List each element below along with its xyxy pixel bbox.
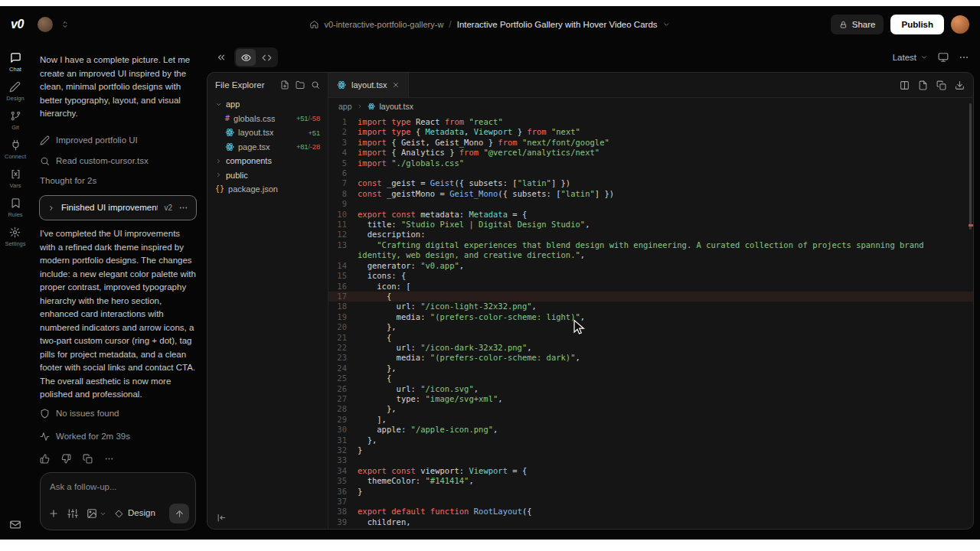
thumbs-down-icon[interactable]	[61, 454, 71, 464]
preview-toggle-button[interactable]	[236, 49, 256, 66]
code-line[interactable]: 5import "./globals.css"	[328, 158, 973, 168]
code-line[interactable]: 21 {	[328, 333, 973, 343]
sidebar-item-git[interactable]: Git	[10, 110, 21, 131]
workspace-avatar[interactable]	[38, 17, 53, 32]
tree-item-page-tsx[interactable]: page.tsx+81/-28	[212, 140, 323, 155]
project-slug[interactable]: v0-interactive-portfolio-gallery-w	[324, 20, 443, 29]
main-more-icon[interactable]	[959, 52, 969, 63]
code-line[interactable]: 8const _geistMono = Geist_Mono({ subsets…	[328, 189, 973, 199]
sidebar-item-rules[interactable]: Rules	[8, 197, 22, 218]
tree-item-layout-tsx[interactable]: layout.tsx+51	[212, 126, 323, 140]
media-picker[interactable]	[87, 508, 106, 519]
new-file-icon[interactable]	[280, 80, 289, 90]
search-icon[interactable]	[311, 80, 320, 90]
device-preview-icon[interactable]	[938, 52, 949, 63]
copy-file-icon[interactable]	[936, 80, 946, 90]
thumbs-up-icon[interactable]	[40, 454, 50, 464]
code-line[interactable]: 26 url: "/icon.svg",	[328, 384, 973, 394]
user-avatar[interactable]	[951, 15, 969, 34]
collapse-chat-icon[interactable]	[216, 52, 227, 63]
code-line[interactable]: 1import type React from "react"	[328, 117, 973, 127]
code-line[interactable]: 18 url: "/icon-light-32x32.png",	[328, 302, 973, 311]
code-line[interactable]: 33	[328, 455, 973, 465]
code-line[interactable]: 24 },	[328, 364, 973, 373]
design-mode-button[interactable]: Design	[115, 507, 155, 520]
code-line[interactable]: 9	[328, 199, 973, 209]
code-line[interactable]: 7const _geist = Geist({ subsets: ["latin…	[328, 178, 973, 188]
workspace-switcher-icon[interactable]	[60, 20, 70, 29]
code-line[interactable]: 19 media: "(prefers-color-scheme: light)…	[328, 312, 973, 322]
code-line[interactable]: 23 media: "(prefers-color-scheme: dark)"…	[328, 353, 973, 363]
code-line[interactable]: 27 type: "image/svg+xml",	[328, 394, 973, 404]
tab-layout-tsx[interactable]: layout.tsx	[328, 73, 409, 97]
chat-input[interactable]: Ask a follow-up... Design	[40, 472, 196, 530]
chat-step[interactable]: Thought for 2s	[40, 171, 196, 192]
code-line[interactable]: 22 url: "/icon-dark-32x32.png",	[328, 343, 973, 353]
worked-duration-row[interactable]: Worked for 2m 39s	[40, 426, 196, 448]
code-line[interactable]: 29 ],	[328, 415, 973, 425]
attach-plus-icon[interactable]	[48, 508, 59, 519]
code-toggle-button[interactable]	[256, 49, 276, 66]
code-line[interactable]: 37	[328, 497, 973, 507]
file-diff-icon[interactable]	[918, 80, 928, 90]
code-line[interactable]: 36}	[328, 487, 973, 497]
breadcrumb-root[interactable]: app	[338, 102, 352, 111]
sidebar-item-connect[interactable]: Connect	[5, 139, 26, 160]
code-line[interactable]: 20 },	[328, 322, 973, 332]
code-line[interactable]: 6	[328, 168, 973, 178]
code-line[interactable]: 32}	[328, 445, 973, 455]
tree-item-package-json[interactable]: {}package.json	[212, 182, 323, 197]
code-line[interactable]: 10export const metadata: Metadata = {	[328, 210, 973, 220]
code-line[interactable]: 17 {	[328, 292, 973, 302]
code-line[interactable]: 11 title: "Studio Pixel | Digital Design…	[328, 220, 973, 230]
code-line[interactable]: 15 icons: {	[328, 271, 973, 281]
close-tab-icon[interactable]	[392, 81, 400, 89]
split-editor-icon[interactable]	[900, 80, 910, 90]
version-selector[interactable]: Latest	[893, 53, 928, 62]
project-chevron-icon[interactable]	[663, 21, 671, 28]
no-issues-row[interactable]: No issues found	[40, 403, 196, 425]
code-line[interactable]: 35 themeColor: "#141414",	[328, 476, 973, 486]
code-line[interactable]: 2import type { Metadata, Viewport } from…	[328, 127, 973, 137]
code-line[interactable]: 13 "Crafting digital experiences that bl…	[328, 240, 973, 261]
code-line[interactable]: 39 children,	[328, 517, 973, 527]
chat-step[interactable]: Read custom-cursor.tsx	[40, 151, 196, 171]
tree-item-components[interactable]: components	[212, 154, 323, 168]
settings-sliders-icon[interactable]	[67, 508, 78, 519]
breadcrumb-file[interactable]: layout.tsx	[380, 102, 413, 111]
project-title[interactable]: Interactive Portfolio Gallery with Hover…	[457, 20, 658, 29]
sidebar-item-chat[interactable]: Chat	[9, 52, 21, 73]
new-folder-icon[interactable]	[296, 80, 305, 90]
v0-logo[interactable]: v0	[11, 18, 24, 31]
copy-icon[interactable]	[83, 454, 93, 464]
code-line[interactable]: 16 icon: [	[328, 282, 973, 292]
code-line[interactable]: 30 apple: "/apple-icon.png",	[328, 425, 973, 435]
code-line[interactable]: 38export default function RootLayout({	[328, 507, 973, 517]
sidebar-item-design[interactable]: Design	[6, 81, 24, 102]
project-home-icon[interactable]	[309, 20, 318, 29]
chat-step[interactable]: Improved portfolio UI	[40, 131, 196, 152]
code-scrollbar[interactable]	[969, 103, 972, 230]
mail-icon[interactable]	[10, 519, 21, 530]
code-line[interactable]: 3import { Geist, Geist_Mono } from "next…	[328, 138, 973, 148]
collapse-explorer-icon[interactable]	[217, 513, 227, 523]
publish-button[interactable]: Publish	[890, 15, 944, 34]
code-line[interactable]: 4import { Analytics } from "@vercel/anal…	[328, 148, 973, 158]
message-more-icon[interactable]	[104, 454, 114, 464]
code-line[interactable]: 12 description:	[328, 230, 973, 240]
sidebar-item-settings[interactable]: Settings	[5, 227, 25, 247]
tree-item-globals-css[interactable]: #globals.css+51/-58	[212, 112, 323, 126]
code-line[interactable]: 34export const viewport: Viewport = {	[328, 466, 973, 476]
task-card-finished-ui-improvements[interactable]: Finished UI improvements v2	[40, 196, 196, 220]
sidebar-item-vars[interactable]: Vars	[10, 168, 21, 189]
code-line[interactable]: 28 },	[328, 404, 973, 414]
code-line[interactable]: 14 generator: "v0.app",	[328, 261, 973, 271]
code-line[interactable]: 40}: Readonly<	[328, 527, 973, 529]
code-line[interactable]: 31 },	[328, 435, 973, 445]
download-icon[interactable]	[955, 80, 965, 90]
tree-item-app[interactable]: app	[212, 97, 323, 112]
send-button[interactable]	[169, 504, 189, 523]
more-options-icon[interactable]	[178, 203, 188, 213]
code-line[interactable]: 25 {	[328, 373, 973, 383]
tree-item-public[interactable]: public	[212, 168, 323, 183]
